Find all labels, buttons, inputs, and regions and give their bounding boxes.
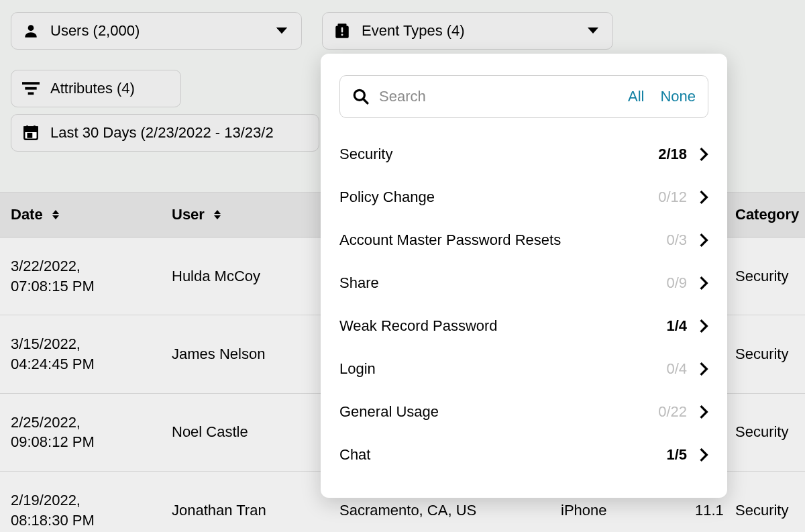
cell-category: Security — [735, 268, 794, 285]
cell-category: Security — [735, 502, 794, 519]
sort-icon — [52, 210, 59, 219]
filter-attributes-label: Attributes (4) — [50, 80, 167, 97]
dropdown-category-item[interactable]: Share0/9 — [339, 262, 708, 305]
chevron-right-icon — [699, 362, 708, 376]
svg-marker-1 — [276, 28, 287, 34]
dropdown-category-count: 0/4 — [647, 360, 687, 378]
cell-category: Security — [735, 345, 794, 363]
svg-rect-5 — [28, 92, 34, 95]
dropdown-search-input[interactable] — [379, 88, 612, 105]
dropdown-category-name: Weak Record Password — [339, 317, 647, 335]
dropdown-category-item[interactable]: General Usage0/22 — [339, 390, 708, 433]
search-icon — [352, 88, 370, 105]
chevron-right-icon — [699, 276, 708, 290]
chevron-right-icon — [699, 233, 708, 248]
svg-rect-8 — [28, 134, 32, 137]
dropdown-select-none[interactable]: None — [660, 88, 696, 105]
dropdown-category-item[interactable]: Policy Change0/12 — [339, 176, 708, 219]
dropdown-category-name: Share — [339, 274, 647, 292]
svg-rect-3 — [22, 82, 40, 85]
dropdown-category-item[interactable]: Account Master Password Resets0/3 — [339, 219, 708, 262]
clipboard-alert-icon — [333, 21, 351, 40]
svg-rect-4 — [25, 87, 36, 90]
cell-user: James Nelson — [172, 345, 339, 363]
cell-category: Security — [735, 423, 794, 441]
dropdown-category-item[interactable]: Chat1/5 — [339, 433, 708, 476]
chevron-right-icon — [699, 447, 708, 462]
chevron-right-icon — [699, 147, 708, 162]
svg-line-12 — [363, 99, 368, 104]
cell-version: 11.1 — [695, 502, 735, 519]
chevron-right-icon — [699, 405, 708, 419]
column-header-category[interactable]: Category — [735, 206, 799, 223]
chevron-down-icon — [276, 27, 288, 35]
cell-date: 2/19/2022,08:18:30 PM — [11, 490, 172, 530]
svg-marker-2 — [588, 28, 598, 34]
dropdown-category-count: 0/22 — [647, 403, 687, 421]
cell-date: 3/22/2022,07:08:15 PM — [11, 256, 172, 296]
calendar-icon — [22, 124, 40, 142]
cell-date: 3/15/2022,04:24:45 PM — [11, 334, 172, 374]
filter-icon — [22, 82, 40, 95]
chevron-down-icon — [587, 27, 599, 35]
dropdown-category-name: General Usage — [339, 403, 647, 421]
dropdown-category-name: Chat — [339, 446, 647, 464]
event-types-dropdown: All None Security2/18Policy Change0/12Ac… — [321, 54, 727, 498]
dropdown-category-name: Policy Change — [339, 189, 647, 206]
dropdown-search-row: All None — [339, 75, 708, 118]
dropdown-category-item[interactable]: Security2/18 — [339, 133, 708, 176]
filter-users[interactable]: Users (2,000) — [11, 12, 302, 50]
cell-date: 2/25/2022,09:08:12 PM — [11, 413, 172, 452]
dropdown-category-count: 0/12 — [647, 189, 687, 206]
filter-date-range[interactable]: Last 30 Days (2/23/2022 - 13/23/2 — [11, 114, 319, 152]
column-header-user[interactable]: User — [172, 206, 339, 223]
column-header-date[interactable]: Date — [11, 206, 172, 223]
cell-user: Jonathan Tran — [172, 502, 339, 519]
sort-icon — [214, 210, 221, 219]
filter-event-types-label: Event Types (4) — [362, 22, 571, 40]
chevron-right-icon — [699, 319, 708, 333]
dropdown-category-name: Account Master Password Resets — [339, 231, 647, 249]
dropdown-category-count: 1/5 — [647, 446, 687, 464]
dropdown-category-count: 0/9 — [647, 274, 687, 292]
filter-users-label: Users (2,000) — [50, 22, 260, 40]
cell-user: Hulda McCoy — [172, 268, 339, 285]
dropdown-category-item[interactable]: Weak Record Password1/4 — [339, 305, 708, 348]
dropdown-select-all[interactable]: All — [628, 88, 644, 105]
dropdown-category-name: Login — [339, 360, 647, 378]
dropdown-category-count: 1/4 — [647, 317, 687, 335]
chevron-right-icon — [699, 190, 708, 205]
svg-point-11 — [354, 90, 364, 100]
svg-point-0 — [28, 25, 34, 31]
dropdown-category-count: 0/3 — [647, 231, 687, 249]
dropdown-category-name: Security — [339, 146, 647, 163]
filter-attributes[interactable]: Attributes (4) — [11, 70, 181, 107]
cell-location: Sacramento, CA, US — [339, 502, 561, 519]
filter-event-types[interactable]: Event Types (4) — [322, 12, 613, 50]
filter-date-range-label: Last 30 Days (2/23/2022 - 13/23/2 — [50, 124, 305, 142]
cell-user: Noel Castle — [172, 423, 339, 441]
dropdown-category-count: 2/18 — [647, 146, 687, 163]
cell-device: iPhone — [561, 502, 695, 519]
dropdown-category-item[interactable]: Login0/4 — [339, 348, 708, 390]
person-icon — [22, 22, 40, 40]
svg-rect-7 — [24, 127, 38, 131]
